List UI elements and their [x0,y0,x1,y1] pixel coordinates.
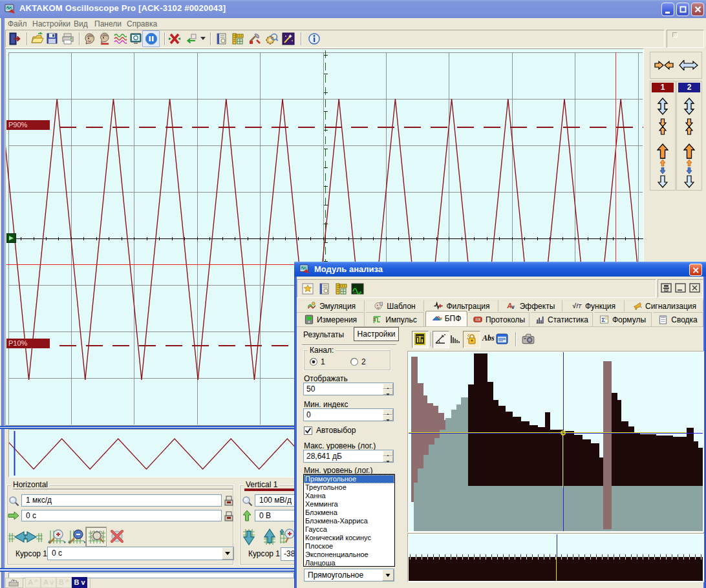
svg-text:fT: fT [576,303,583,310]
svg-text:v: v [511,304,515,310]
svg-text:Σ: Σ [601,317,605,323]
